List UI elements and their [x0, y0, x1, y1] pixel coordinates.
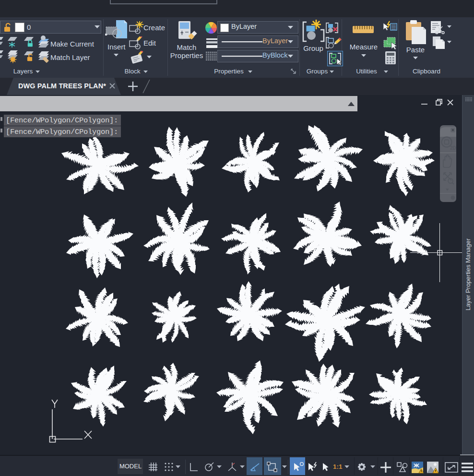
svg-text:2D: 2D: [450, 145, 456, 151]
